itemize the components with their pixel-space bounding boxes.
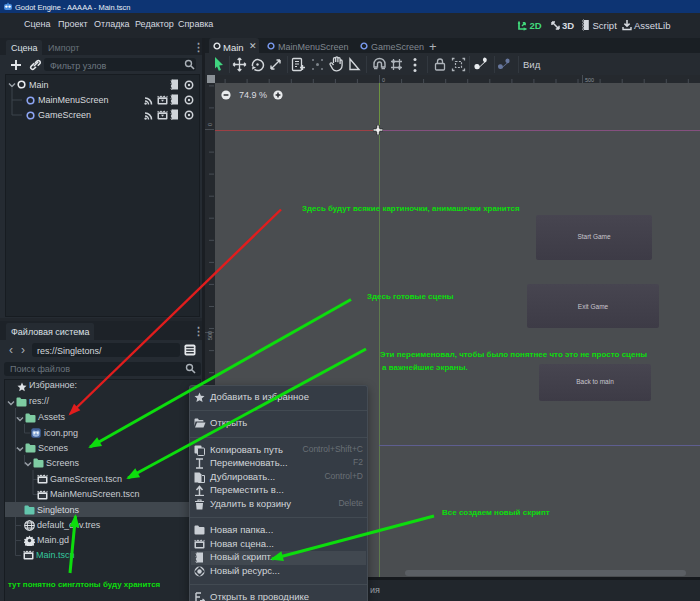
svg-text:500: 500 [207,331,213,340]
svg-text:0: 0 [382,77,385,83]
svg-text:500: 500 [585,77,594,83]
svg-text:0: 0 [207,123,213,126]
